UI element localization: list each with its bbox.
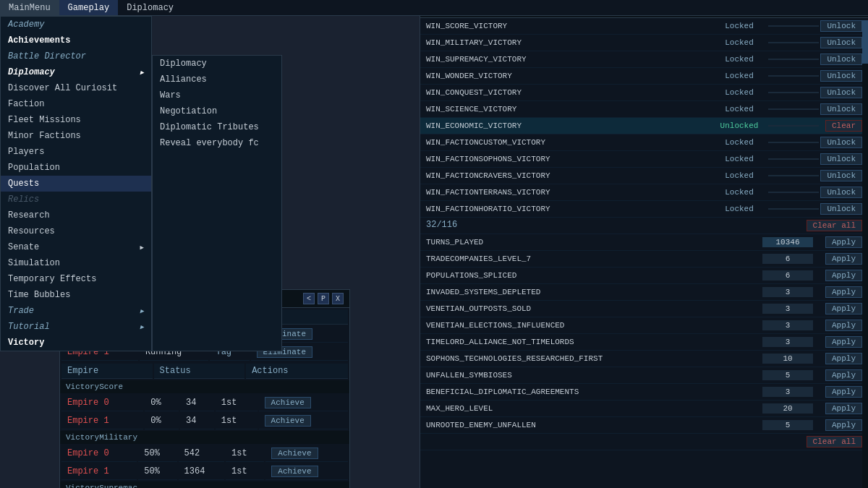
achieve-button[interactable]: Achieve: [271, 466, 318, 477]
victory-score-table: Empire Status Actions: [60, 362, 349, 380]
menu-item-players[interactable]: Players: [1, 144, 151, 160]
victory-panel-close[interactable]: X: [332, 293, 344, 304]
apply-sophons-tech[interactable]: Apply: [825, 353, 862, 364]
ach-row-timelord-alliance: TIMELORD_ALLIANCE_NOT_TIMELORDS 3 Apply: [420, 334, 868, 351]
sub-item-negotiation[interactable]: Negotiation: [153, 103, 281, 119]
apply-beneficial-diplomatic[interactable]: Apply: [825, 386, 862, 398]
ach-row-win-factionterrans: WIN_FACTIONTERRANS_VICTORY Locked Unlock: [420, 184, 868, 201]
menu-item-senate[interactable]: Senate▶: [1, 239, 151, 255]
table-row: Empire 1 0% 34 1st Achieve: [61, 413, 348, 429]
menu-item-research[interactable]: Research: [1, 207, 151, 223]
dropdown-container: Academy Achievements Battle Director Dip…: [0, 16, 282, 351]
unlock-win-factionhoratio[interactable]: Unlock: [820, 203, 862, 215]
menu-item-discover-all[interactable]: Discover All Curiosit: [1, 80, 151, 96]
scrollbar-thumb[interactable]: [862, 20, 868, 64]
menu-item-minor-factions[interactable]: Minor Factions: [1, 128, 151, 144]
unlock-win-factioncustom[interactable]: Unlock: [820, 137, 862, 148]
victory-panel-pin[interactable]: P: [318, 293, 329, 304]
menu-bar: MainMenu Gameplay Diplomacy: [0, 0, 868, 16]
col-actions2: Actions: [246, 364, 348, 379]
menu-item-academy[interactable]: Academy: [1, 17, 151, 33]
unlock-win-wonder[interactable]: Unlock: [820, 70, 862, 82]
apply-invaded-systems[interactable]: Apply: [825, 286, 862, 298]
col-empire2: Empire: [61, 364, 153, 379]
achieve-button[interactable]: Achieve: [265, 397, 311, 408]
apply-venetian-elections[interactable]: Apply: [825, 320, 862, 331]
empire-score: 34: [180, 413, 214, 429]
empire-rank: 1st: [216, 395, 258, 411]
apply-timelord-alliance[interactable]: Apply: [825, 336, 862, 348]
victory-panel-prev[interactable]: <: [303, 293, 315, 304]
ach-row-win-score: WIN_SCORE_VICTORY Locked Unlock: [420, 18, 868, 35]
menu-item-quests[interactable]: Quests: [1, 176, 151, 192]
apply-populations-spliced[interactable]: Apply: [825, 270, 862, 281]
score-table: Empire 0 0% 34 1st Achieve Empire 1 0% 3…: [60, 393, 349, 431]
menu-item-resources[interactable]: Resources: [1, 223, 151, 239]
section-victory-score: VictoryScore: [60, 380, 349, 393]
empire-name: Empire 0: [61, 445, 137, 462]
menu-item-tutorial[interactable]: Tutorial▶: [1, 319, 151, 335]
menu-mainmenu[interactable]: MainMenu: [0, 0, 59, 15]
menu-item-simulation[interactable]: Simulation: [1, 255, 151, 271]
ach-row-unrooted-enemy: UNROOTED_ENEMY_UNFALLEN 5 Apply: [420, 417, 868, 434]
ach-row-tradecompanies: TRADECOMPANIES_LEVEL_7 6 Apply: [420, 251, 868, 267]
sub-item-reveal-everybody[interactable]: Reveal everybody fc: [153, 135, 281, 151]
unlock-win-factionsophons[interactable]: Unlock: [820, 153, 862, 165]
ach-row-win-conquest: WIN_CONQUEST_VICTORY Locked Unlock: [420, 85, 868, 101]
sub-item-alliances[interactable]: Alliances: [153, 72, 281, 87]
unlock-win-factioncravers[interactable]: Unlock: [820, 170, 862, 181]
unlock-win-factionterrans[interactable]: Unlock: [820, 187, 862, 198]
menu-diplomacy[interactable]: Diplomacy: [118, 0, 182, 15]
apply-tradecompanies[interactable]: Apply: [825, 253, 862, 265]
sub-item-diplomacy[interactable]: Diplomacy: [153, 56, 281, 72]
ach-row-turns-played: TURNS_PLAYED 10346 Apply: [420, 234, 868, 251]
sub-item-wars[interactable]: Wars: [153, 87, 281, 103]
ach-row-win-factionsophons: WIN_FACTIONSOPHONS_VICTORY Locked Unlock: [420, 151, 868, 168]
sub-item-diplomatic-tributes[interactable]: Diplomatic Tributes: [153, 119, 281, 135]
menu-item-fleet-missions[interactable]: Fleet Missions: [1, 112, 151, 128]
ach-row-invaded-systems: INVADED_SYSTEMS_DEPLETED 3 Apply: [420, 284, 868, 301]
menu-item-battle-director[interactable]: Battle Director: [1, 48, 151, 64]
menu-item-population[interactable]: Population: [1, 160, 151, 176]
menu-item-achievements[interactable]: Achievements: [1, 33, 151, 48]
empire-name: Empire 0: [61, 395, 143, 411]
clear-all-bottom[interactable]: Clear all: [807, 436, 862, 448]
section-victory-military: VictoryMilitary: [60, 431, 349, 444]
unlock-win-military[interactable]: Unlock: [820, 37, 862, 48]
menu-item-trade[interactable]: Trade▶: [1, 303, 151, 319]
apply-unfallen-symbioses[interactable]: Apply: [825, 369, 862, 381]
scrollbar-track[interactable]: [862, 20, 868, 488]
empire-rank: 1st: [226, 463, 264, 480]
table-row: Empire 0 50% 542 1st Achieve: [61, 445, 348, 462]
menu-item-time-bubbles[interactable]: Time Bubbles: [1, 287, 151, 303]
unlock-win-score[interactable]: Unlock: [820, 20, 862, 32]
menu-item-temporary-effects[interactable]: Temporary Effects: [1, 271, 151, 287]
col-status2: Status: [154, 364, 245, 379]
military-table: Empire 0 50% 542 1st Achieve Empire 1 50…: [60, 444, 349, 481]
achievements-panel: Achievements < P X WIN_SCORE_VICTORY Loc…: [420, 0, 868, 488]
apply-venetian-outposts[interactable]: Apply: [825, 303, 862, 314]
clear-win-economic[interactable]: Clear: [825, 120, 862, 132]
menu-item-diplomacy[interactable]: Diplomacy▶: [1, 64, 151, 80]
clear-all-top[interactable]: Clear all: [807, 220, 862, 231]
apply-max-hero-level[interactable]: Apply: [825, 403, 862, 414]
ach-row-win-supremacy: WIN_SUPREMACY_VICTORY Locked Unlock: [420, 51, 868, 68]
table-row: Empire 0 0% 34 1st Achieve: [61, 395, 348, 411]
apply-turns-played[interactable]: Apply: [825, 236, 862, 248]
unlock-win-science[interactable]: Unlock: [820, 103, 862, 115]
menu-item-relics: Relics: [1, 192, 151, 207]
unlock-win-supremacy[interactable]: Unlock: [820, 53, 862, 65]
menu-item-faction[interactable]: Faction: [1, 96, 151, 112]
achieve-button[interactable]: Achieve: [265, 415, 311, 427]
empire-rank: 1st: [226, 445, 264, 462]
gameplay-dropdown: Academy Achievements Battle Director Dip…: [0, 16, 152, 351]
achieve-button[interactable]: Achieve: [271, 448, 318, 459]
empire-score: 542: [179, 445, 224, 462]
menu-gameplay[interactable]: Gameplay: [59, 0, 119, 15]
empire-name: Empire 1: [61, 463, 137, 480]
menu-item-victory[interactable]: Victory: [1, 335, 151, 351]
ach-row-win-factionhoratio: WIN_FACTIONHORATIO_VICTORY Locked Unlock: [420, 201, 868, 218]
unlock-win-conquest[interactable]: Unlock: [820, 87, 862, 98]
empire-pct: 0%: [145, 413, 179, 429]
apply-unrooted-enemy[interactable]: Apply: [825, 419, 862, 431]
